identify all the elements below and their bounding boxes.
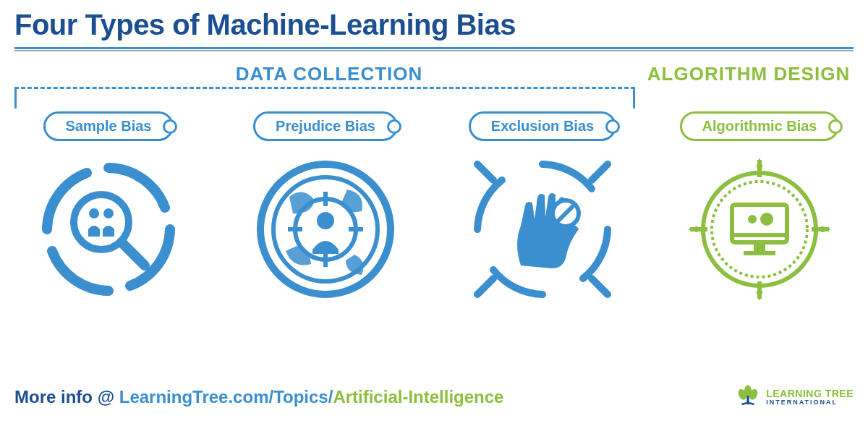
footer-url-part1: LearningTree.com/Topics/ xyxy=(119,387,333,407)
data-collection-bracket xyxy=(14,87,635,109)
hand-stop-icon xyxy=(470,157,615,302)
pill-sample-bias: Sample Bias xyxy=(43,111,174,141)
svg-point-18 xyxy=(703,173,816,286)
footer: More info @ LearningTree.com/Topics/Arti… xyxy=(14,383,854,411)
svg-rect-30 xyxy=(754,242,765,251)
svg-point-19 xyxy=(712,182,807,277)
tree-icon xyxy=(736,383,760,411)
svg-point-32 xyxy=(748,215,757,224)
pill-prejudice-bias: Prejudice Bias xyxy=(253,111,398,141)
logo-line1: LEARNING TREE xyxy=(766,388,854,399)
bias-cards: Sample Bias xyxy=(0,111,868,302)
footer-info: More info @ LearningTree.com/Topics/Arti… xyxy=(14,387,503,407)
svg-rect-31 xyxy=(744,251,775,255)
card-sample-bias: Sample Bias xyxy=(14,111,203,302)
section-headers: DATA COLLECTION ALGORITHM DESIGN xyxy=(0,54,868,85)
card-algorithmic-bias: Algorithmic Bias xyxy=(665,111,854,302)
svg-line-12 xyxy=(477,164,493,180)
svg-point-11 xyxy=(317,212,334,229)
magnifier-people-icon xyxy=(36,157,181,302)
logo-line2: INTERNATIONAL xyxy=(766,399,854,407)
svg-line-14 xyxy=(477,278,493,294)
pill-exclusion-bias: Exclusion Bias xyxy=(469,111,616,141)
svg-point-3 xyxy=(103,208,114,218)
section-label-algorithm-design: ALGORITHM DESIGN xyxy=(644,63,854,85)
section-label-data-collection: DATA COLLECTION xyxy=(14,63,644,85)
footer-prefix: More info @ xyxy=(14,387,119,407)
svg-line-13 xyxy=(592,164,608,180)
page-title: Four Types of Machine-Learning Bias xyxy=(0,0,868,47)
learning-tree-logo: LEARNING TREE INTERNATIONAL xyxy=(736,383,854,411)
svg-point-2 xyxy=(89,208,99,218)
bracket-row xyxy=(14,87,854,111)
card-prejudice-bias: Prejudice Bias xyxy=(231,111,420,302)
footer-url-part2: Artificial-Intelligence xyxy=(333,387,503,407)
computer-gear-icon xyxy=(687,157,832,302)
svg-line-15 xyxy=(592,278,608,294)
svg-line-1 xyxy=(122,242,145,265)
divider xyxy=(14,47,854,51)
card-exclusion-bias: Exclusion Bias xyxy=(448,111,637,302)
globe-target-person-icon xyxy=(253,157,398,302)
pill-algorithmic-bias: Algorithmic Bias xyxy=(680,111,840,141)
logo-text: LEARNING TREE INTERNATIONAL xyxy=(766,388,854,407)
